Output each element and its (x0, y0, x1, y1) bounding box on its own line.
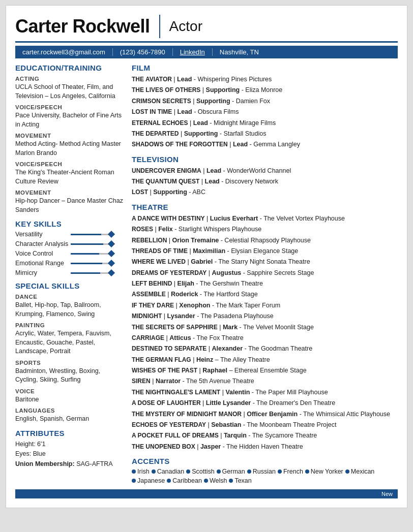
special-voice: VOICE Baritone (15, 388, 125, 404)
theatre-entry-8: IF THEY DARE | Xenophon - The Mark Taper… (132, 301, 398, 310)
header-divider (159, 15, 160, 38)
accent-japanese: Japanese (132, 477, 165, 484)
attributes-title: Attributes (15, 429, 125, 437)
accents-row: Irish Canadian Scottish German Russian F… (132, 468, 398, 484)
special-painting-text: Acrylic, Water, Tempera, Fauvism, Encaus… (15, 329, 125, 356)
special-sports: SPORTS Badminton, Wrestling, Boxing, Cyc… (15, 360, 125, 385)
special-voice-text: Baritone (15, 395, 125, 404)
sub-voice1: VOICE/SPEECH (15, 104, 125, 110)
skill-bar-fill (71, 243, 103, 245)
right-column: FILM THE AVIATOR | Lead - Whispering Pin… (132, 64, 398, 484)
skill-label: Mimicry (15, 269, 69, 276)
skill-label: Character Analysis (15, 240, 69, 247)
theatre-section-title: THEATRE (132, 203, 398, 211)
theatre-entry-14: WISHES OF THE PAST | Raphael – Ethereal … (132, 366, 398, 375)
theatre-entry-10: THE SECRETS OF SAPPHIRE | Mark - The Vel… (132, 323, 398, 332)
education-section-title: Education/Training (15, 64, 125, 72)
header: Carter Rockwell Actor (15, 15, 398, 43)
skill-label: Voice Control (15, 250, 69, 257)
accent-texan: Texan (229, 477, 251, 484)
accent-dot (247, 470, 251, 474)
accent-dot (152, 470, 156, 474)
film-entry-4: ETERNAL ECHOES | Lead - Midnight Mirage … (132, 118, 398, 128)
left-column: Education/Training ACTING UCLA School of… (15, 64, 125, 484)
theatre-entry-7: ASSEMBLE | Roderick - The Hartford Stage (132, 290, 398, 299)
accent-dot (278, 470, 282, 474)
accent-dot (204, 479, 208, 483)
education-movement1-text: Method Acting- Method Acting Master Marl… (15, 140, 125, 158)
theatre-entry-17: A DOSE OF LAUGHTER | Little Lysander - T… (132, 398, 398, 408)
accent-mexican: Mexican (345, 468, 375, 475)
skill-diamond (108, 240, 115, 247)
skill-diamond (108, 231, 115, 238)
sub-sports: SPORTS (15, 360, 125, 366)
skill-bar-bg (71, 263, 111, 264)
film-entry-2: CRIMSON SECRETS | Supporting - Damien Fo… (132, 97, 398, 106)
skill-diamond (108, 260, 115, 267)
accent-scottish: Scottish (186, 468, 214, 475)
education-movement1: MOVEMENT Method Acting- Method Acting Ma… (15, 133, 125, 158)
film-section-title: FILM (132, 64, 398, 72)
skill-voice-control: Voice Control (15, 250, 125, 257)
skill-bar-bg (71, 243, 111, 245)
contact-location: Nashville, TN (213, 48, 266, 56)
attr-height: Height: 6'1 (15, 440, 125, 449)
skill-bar-fill (71, 272, 100, 274)
theatre-entry-1: ROSES | Felix - Starlight Whispers Playh… (132, 225, 398, 234)
theatre-entries: A DANCE WITH DESTINY | Lucius Everhart -… (132, 214, 398, 452)
skill-bar-bg (71, 253, 111, 255)
special-skills-title: Special Skills (15, 281, 125, 290)
accents-section-title: ACCENTS (132, 457, 398, 465)
accent-russian: Russian (247, 468, 276, 475)
key-skills-title: Key Skills (15, 220, 125, 228)
special-dance-text: Ballet, Hip-hop, Tap, Ballroom, Krumping… (15, 301, 125, 319)
accent-dot (229, 479, 233, 483)
skill-bar-bg (71, 234, 111, 235)
person-name: Carter Rockwell (15, 16, 150, 37)
sub-painting: PAINTING (15, 322, 125, 328)
theatre-entry-18: THE MYSTERY OF MIDNIGHT MANOR | Officer … (132, 410, 398, 419)
tv-entry-1: THE QUANTUM QUEST | Lead - Discovery Net… (132, 177, 398, 186)
tv-entry-2: LOST | Supporting - ABC (132, 187, 398, 197)
education-movement2-text: Hip-hop Dancer – Dance Master Chaz Sande… (15, 197, 125, 214)
theatre-entry-4: WHERE WE LIVED | Gabriel - The Starry Ni… (132, 257, 398, 267)
education-voice2: VOICE/SPEECH The King's Theater-Ancient … (15, 161, 125, 186)
film-entry-1: THE LIVES OF OTHERS | Supporting - Eliza… (132, 85, 398, 95)
sub-dance: DANCE (15, 294, 125, 300)
accent-dot (132, 479, 136, 483)
accent-german: German (217, 468, 245, 475)
film-entry-5: THE DEPARTED | Supporting - Starfall Stu… (132, 129, 398, 139)
tv-entry-0: UNDERCOVER ENIGMA | Lead - WonderWorld C… (132, 166, 398, 176)
special-languages-text: English, Spanish, German (15, 415, 125, 424)
contact-bar: carter.rockwell3@gmail.com (123) 456-789… (15, 46, 398, 58)
theatre-entry-15: SIREN | Narrator - The 5th Avenue Theatr… (132, 377, 398, 386)
accent-canadian: Canadian (152, 468, 185, 475)
sub-movement2: MOVEMENT (15, 190, 125, 196)
accent-dot (167, 479, 171, 483)
skill-versatility: Versatility (15, 231, 125, 238)
accent-french: French (278, 468, 303, 475)
skill-bar-fill (71, 263, 102, 264)
sub-acting: ACTING (15, 76, 125, 82)
theatre-entry-12: DESTINED TO SEPARATE | Alexander - The G… (132, 344, 398, 354)
film-entries: THE AVIATOR | Lead - Whispering Pines Pi… (132, 75, 398, 150)
resume-page: Carter Rockwell Actor carter.rockwell3@g… (6, 5, 407, 508)
film-entry-3: LOST IN TIME | Lead - Obscura Films (132, 107, 398, 117)
main-content: Education/Training ACTING UCLA School of… (15, 64, 398, 484)
education-voice1: VOICE/SPEECH Pace University, Bachelor o… (15, 104, 125, 129)
education-acting: ACTING UCLA School of Theater, Film, and… (15, 76, 125, 101)
accent-welsh: Welsh (204, 477, 227, 484)
accent-dot (217, 470, 221, 474)
skill-bar-bg (71, 272, 111, 274)
theatre-entry-6: LEFT BEHIND | Elijah - The Gershwin Thea… (132, 279, 398, 289)
skill-label: Versatility (15, 231, 69, 238)
education-acting-text: UCLA School of Theater, Film, and Televi… (15, 83, 125, 101)
footer-new-label: New (381, 491, 393, 497)
theatre-entry-3: THREADS OF TIME | Maximilian - Elysian E… (132, 246, 398, 256)
theatre-entry-0: A DANCE WITH DESTINY | Lucius Everhart -… (132, 214, 398, 224)
education-voice2-text: The King's Theater-Ancient Roman Culture… (15, 168, 125, 186)
skill-mimicry: Mimicry (15, 269, 125, 276)
contact-linkedin[interactable]: LinkedIn (173, 48, 213, 56)
skill-bar-fill (71, 253, 99, 255)
accent-dot (305, 470, 309, 474)
